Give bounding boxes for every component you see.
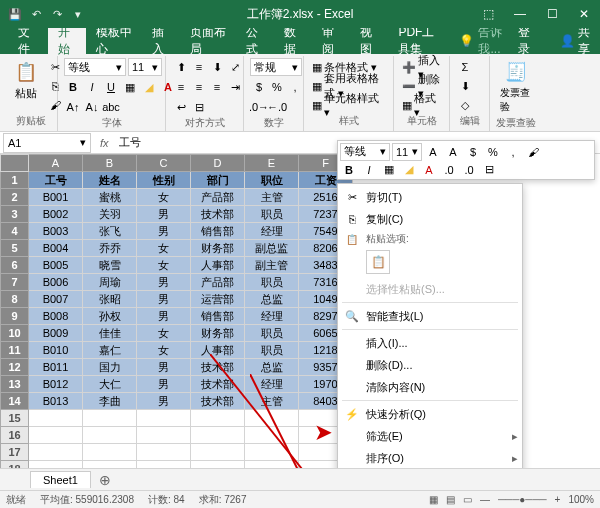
undo-icon[interactable]: ↶ <box>27 5 45 23</box>
cell[interactable]: 晓雪 <box>83 257 137 274</box>
cell[interactable]: 职员 <box>245 274 299 291</box>
cell[interactable]: 总监 <box>245 291 299 308</box>
cell[interactable]: 主管 <box>245 393 299 410</box>
cell[interactable]: 人事部 <box>191 257 245 274</box>
cell[interactable]: 关羽 <box>83 206 137 223</box>
cell[interactable]: 运营部 <box>191 291 245 308</box>
row-header[interactable]: 4 <box>1 223 29 240</box>
ctx-delete[interactable]: 删除(D)... <box>338 354 522 376</box>
cell[interactable]: 嘉仁 <box>83 342 137 359</box>
cell[interactable]: 男 <box>137 308 191 325</box>
autosum-icon[interactable]: Σ <box>456 58 474 76</box>
cell[interactable]: B009 <box>29 325 83 342</box>
row-header[interactable]: 5 <box>1 240 29 257</box>
row-header[interactable]: 9 <box>1 308 29 325</box>
mini-comma-icon[interactable]: , <box>504 143 522 161</box>
cell[interactable]: 女 <box>137 325 191 342</box>
cell[interactable]: 男 <box>137 206 191 223</box>
row-header[interactable]: 15 <box>1 410 29 427</box>
cell[interactable]: B010 <box>29 342 83 359</box>
ctx-filter[interactable]: 筛选(E)▸ <box>338 425 522 447</box>
paste-option-default[interactable]: 📋 <box>366 250 390 274</box>
tab-formula[interactable]: 公式 <box>236 28 274 54</box>
cell[interactable]: 产品部 <box>191 189 245 206</box>
row-header[interactable]: 1 <box>1 172 29 189</box>
mini-decimal-dec-icon[interactable]: .0 <box>460 161 478 179</box>
phonetic-icon[interactable]: abc <box>102 98 120 116</box>
cell[interactable]: 男 <box>137 223 191 240</box>
share-button[interactable]: 👤共享 <box>552 24 600 58</box>
format-cells-button[interactable]: ▦格式 ▾ <box>400 96 443 114</box>
add-sheet-button[interactable]: ⊕ <box>91 472 119 488</box>
zoom-level[interactable]: 100% <box>568 494 594 505</box>
cell-styles-button[interactable]: ▦ 单元格样式 ▾ <box>310 96 387 114</box>
percent-icon[interactable]: % <box>268 78 286 96</box>
ctx-sort[interactable]: 排序(O)▸ <box>338 447 522 469</box>
row-header[interactable]: 8 <box>1 291 29 308</box>
minimize-icon[interactable]: — <box>504 0 536 28</box>
fill-icon[interactable]: ⬇ <box>456 77 474 95</box>
row-header[interactable]: 10 <box>1 325 29 342</box>
col-header[interactable]: A <box>29 155 83 172</box>
row-header[interactable]: 16 <box>1 427 29 444</box>
cell[interactable]: 职员 <box>245 342 299 359</box>
cell[interactable] <box>191 427 245 444</box>
cell[interactable]: 技术部 <box>191 206 245 223</box>
cell[interactable]: B005 <box>29 257 83 274</box>
cell[interactable] <box>137 427 191 444</box>
header-cell[interactable]: 部门 <box>191 172 245 189</box>
zoom-out-icon[interactable]: — <box>480 494 490 505</box>
increase-decimal-icon[interactable]: .0→ <box>250 98 268 116</box>
cell[interactable]: 乔乔 <box>83 240 137 257</box>
cell[interactable] <box>29 444 83 461</box>
cell[interactable]: B011 <box>29 359 83 376</box>
cell[interactable]: B012 <box>29 376 83 393</box>
cell[interactable]: B013 <box>29 393 83 410</box>
login-link[interactable]: 登录 <box>508 28 546 54</box>
cell[interactable]: 销售部 <box>191 223 245 240</box>
row-header[interactable]: 7 <box>1 274 29 291</box>
mini-bold-button[interactable]: B <box>340 161 358 179</box>
cell[interactable] <box>29 410 83 427</box>
align-right-icon[interactable]: ≡ <box>208 78 226 96</box>
merge-icon[interactable]: ⊟ <box>190 98 208 116</box>
cell[interactable]: 财务部 <box>191 325 245 342</box>
cell[interactable]: 人事部 <box>191 342 245 359</box>
save-icon[interactable]: 💾 <box>6 5 24 23</box>
cell[interactable] <box>245 410 299 427</box>
indent-icon[interactable]: ⇥ <box>226 78 244 96</box>
clear-icon[interactable]: ◇ <box>456 96 474 114</box>
ctx-clear[interactable]: 清除内容(N) <box>338 376 522 398</box>
cell[interactable]: B003 <box>29 223 83 240</box>
ctx-smart-lookup[interactable]: 🔍智能查找(L) <box>338 305 522 327</box>
cell[interactable]: 女 <box>137 189 191 206</box>
align-middle-icon[interactable]: ≡ <box>190 58 208 76</box>
cell[interactable]: 销售部 <box>191 308 245 325</box>
close-icon[interactable]: ✕ <box>568 0 600 28</box>
cell[interactable]: 副总监 <box>245 240 299 257</box>
mini-decrease-font-icon[interactable]: A <box>444 143 462 161</box>
cell[interactable]: B007 <box>29 291 83 308</box>
cell[interactable]: B004 <box>29 240 83 257</box>
name-box[interactable]: A1▾ <box>3 133 91 153</box>
cell[interactable] <box>245 444 299 461</box>
cell[interactable]: B002 <box>29 206 83 223</box>
cell[interactable]: 技术部 <box>191 359 245 376</box>
row-header[interactable]: 13 <box>1 376 29 393</box>
mini-merge-icon[interactable]: ⊟ <box>480 161 498 179</box>
tab-view[interactable]: 视图 <box>350 28 388 54</box>
ctx-quick-analysis[interactable]: ⚡快速分析(Q) <box>338 403 522 425</box>
redo-icon[interactable]: ↷ <box>48 5 66 23</box>
cell[interactable]: B001 <box>29 189 83 206</box>
border-button[interactable]: ▦ <box>121 78 139 96</box>
header-cell[interactable]: 性别 <box>137 172 191 189</box>
cell[interactable]: 大仁 <box>83 376 137 393</box>
sheet-tab[interactable]: Sheet1 <box>30 471 91 488</box>
tab-file[interactable]: 文件 <box>8 28 46 54</box>
cell[interactable]: 副主管 <box>245 257 299 274</box>
mini-currency-icon[interactable]: $ <box>464 143 482 161</box>
cell[interactable]: 经理 <box>245 223 299 240</box>
wrap-text-icon[interactable]: ↩ <box>172 98 190 116</box>
mini-percent-icon[interactable]: % <box>484 143 502 161</box>
mini-size-combo[interactable]: 11▾ <box>392 143 422 161</box>
